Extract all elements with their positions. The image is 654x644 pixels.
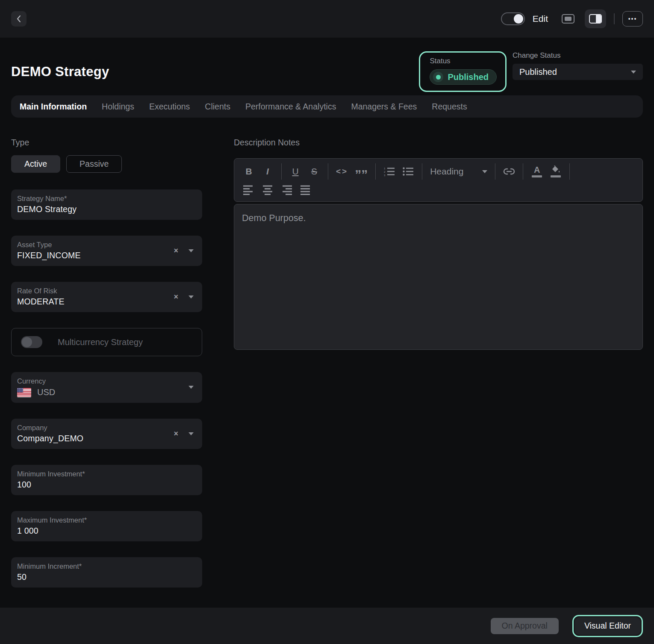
svg-text:3: 3 (384, 174, 386, 176)
tab-managers-fees[interactable]: Managers & Fees (351, 102, 417, 112)
chevron-down-icon[interactable] (189, 386, 194, 389)
clear-icon[interactable]: × (174, 430, 178, 437)
status-badge: Published (430, 69, 497, 85)
asset-type-value: FIXED_INCOME (17, 251, 174, 260)
description-notes-label: Description Notes (234, 138, 643, 148)
ellipsis-icon: ••• (628, 16, 637, 22)
code-button[interactable]: <> (333, 162, 351, 181)
footer-bar: On Approval Visual Editor (0, 608, 654, 644)
heading-select-label: Heading (430, 166, 463, 177)
tab-holdings[interactable]: Holdings (102, 102, 134, 112)
bold-button[interactable]: B (239, 162, 258, 181)
change-status-group: Change Status Published (513, 51, 643, 80)
bullet-list-button[interactable] (399, 162, 418, 181)
paint-bucket-icon (551, 165, 561, 177)
right-column: Description Notes B I U S <> ”” (234, 138, 643, 588)
align-center-icon (262, 185, 273, 195)
toolbar-divider (375, 163, 376, 180)
status-dot-icon (433, 72, 443, 82)
underline-button[interactable]: U (286, 162, 305, 181)
type-button-group: Active Passive (11, 155, 202, 173)
type-active-button[interactable]: Active (11, 155, 60, 173)
align-right-button[interactable] (277, 181, 296, 200)
align-left-button[interactable] (239, 181, 258, 200)
visual-editor-highlight-ring: Visual Editor (572, 615, 643, 637)
multicurrency-toggle[interactable] (21, 336, 42, 348)
minimum-investment-field[interactable]: Minimum Investment* 100 (11, 465, 202, 495)
chevron-down-icon (482, 170, 487, 173)
rate-of-risk-field[interactable]: Rate Of Risk MODERATE × (11, 282, 202, 312)
svg-text:2: 2 (384, 171, 386, 173)
minimum-increment-label: Minimum Increment* (17, 562, 194, 570)
us-flag-icon (17, 388, 31, 397)
visual-editor-button[interactable]: Visual Editor (575, 617, 640, 635)
text-color-button[interactable]: A (527, 162, 546, 181)
chevron-left-icon (16, 15, 22, 23)
clear-icon[interactable]: × (174, 293, 178, 301)
edit-toggle-knob (514, 14, 523, 24)
form-area: Type Active Passive Strategy Name* DEMO … (11, 138, 643, 588)
edit-toggle[interactable] (501, 12, 525, 25)
bullet-list-icon (403, 167, 414, 176)
description-notes-text: Demo Purpose. (242, 213, 635, 224)
link-button[interactable] (500, 162, 518, 181)
strategy-name-field[interactable]: Strategy Name* DEMO Strategy (11, 189, 202, 220)
currency-value: USD (37, 387, 55, 397)
asset-type-field[interactable]: Asset Type FIXED_INCOME × (11, 236, 202, 266)
align-left-icon (243, 185, 254, 195)
chevron-down-icon[interactable] (189, 432, 194, 435)
company-field[interactable]: Company Company_DEMO × (11, 419, 202, 449)
italic-button[interactable]: I (258, 162, 277, 181)
tab-executions[interactable]: Executions (149, 102, 190, 112)
tab-clients[interactable]: Clients (205, 102, 230, 112)
tab-main-information[interactable]: Main Information (20, 102, 87, 112)
toolbar-divider (569, 163, 570, 180)
status-badge-text: Published (448, 72, 489, 82)
align-center-button[interactable] (258, 181, 277, 200)
strikethrough-button[interactable]: S (305, 162, 324, 181)
maximum-investment-value: 1 000 (17, 526, 194, 536)
single-pane-icon (562, 14, 574, 24)
tab-bar: Main Information Holdings Executions Cli… (11, 95, 643, 118)
toolbar-divider (422, 163, 422, 180)
status-group: Status Published (419, 51, 507, 92)
currency-field[interactable]: Currency USD (11, 372, 202, 403)
tab-requests[interactable]: Requests (432, 102, 467, 112)
single-pane-view-button[interactable] (559, 9, 577, 28)
maximum-investment-field[interactable]: Maximum Investment* 1 000 (11, 511, 202, 541)
back-button[interactable] (11, 11, 27, 27)
link-icon (503, 168, 515, 175)
chevron-down-icon[interactable] (189, 295, 194, 298)
toolbar-divider (281, 163, 282, 180)
description-notes-editor[interactable]: Demo Purpose. (234, 204, 643, 350)
type-passive-button[interactable]: Passive (66, 155, 122, 173)
align-justify-button[interactable] (296, 181, 315, 200)
rich-text-toolbar: B I U S <> ”” 1 2 (234, 158, 643, 202)
more-options-button[interactable]: ••• (622, 11, 643, 27)
change-status-value: Published (519, 67, 631, 77)
heading-select[interactable]: Heading (427, 162, 491, 181)
split-pane-icon (589, 14, 602, 24)
svg-text:1: 1 (384, 167, 386, 170)
type-label: Type (11, 138, 202, 148)
left-column: Type Active Passive Strategy Name* DEMO … (11, 138, 202, 588)
rate-of-risk-label: Rate Of Risk (17, 287, 174, 295)
status-label: Status (430, 57, 497, 65)
ordered-list-icon: 1 2 3 (384, 167, 395, 176)
change-status-select[interactable]: Published (513, 64, 643, 80)
toolbar-row-1: B I U S <> ”” 1 2 (239, 162, 637, 181)
blockquote-button[interactable]: ”” (351, 162, 371, 181)
on-approval-button[interactable]: On Approval (491, 618, 559, 634)
tab-performance-analytics[interactable]: Performance & Analytics (245, 102, 336, 112)
highlight-color-button[interactable] (546, 162, 565, 181)
toolbar-divider (495, 163, 495, 180)
multicurrency-label: Multicurrency Strategy (58, 337, 143, 347)
clear-icon[interactable]: × (174, 247, 178, 254)
chevron-down-icon[interactable] (189, 249, 194, 252)
currency-label: Currency (17, 377, 189, 385)
minimum-increment-field[interactable]: Minimum Increment* 50 (11, 557, 202, 588)
page: Edit ••• DEMO Strategy Status Published (0, 0, 654, 644)
split-pane-view-button[interactable] (585, 9, 606, 28)
main-content: DEMO Strategy Status Published Change St… (0, 38, 654, 608)
ordered-list-button[interactable]: 1 2 3 (380, 162, 399, 181)
